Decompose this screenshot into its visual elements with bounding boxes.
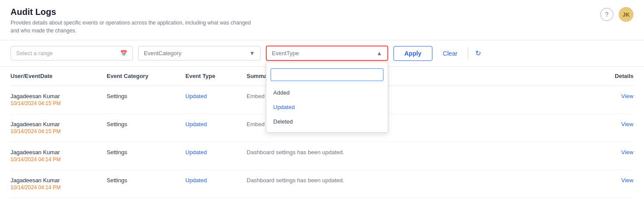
user-name: Jagadeesan Kumar <box>10 93 107 99</box>
avatar[interactable]: JK <box>619 7 634 22</box>
event-date: 10/14/2024 04:14 PM <box>10 184 107 191</box>
event-type-value: Updated <box>185 93 207 99</box>
event-type-value: Updated <box>185 149 207 156</box>
event-category-dropdown[interactable]: EventCategory ▼ <box>138 46 261 60</box>
category-text: Settings <box>107 177 127 184</box>
cell-event-type: Updated <box>185 114 247 142</box>
table-row: Jagadeesan Kumar 10/14/2024 04:14 PM Set… <box>10 142 634 170</box>
event-type-dropdown: EventType ▲ Added Updated Deleted <box>266 46 388 61</box>
toolbar-divider <box>468 47 468 60</box>
table-row: Jagadeesan Kumar 10/14/2024 04:14 PM Set… <box>10 170 634 198</box>
col-header-user-eventdate: User/EventDate <box>10 67 107 86</box>
cell-event-type: Updated <box>185 170 247 198</box>
category-text: Settings <box>107 93 127 99</box>
toolbar: Select a range 📅 EventCategory ▼ EventTy… <box>0 40 644 67</box>
event-type-option-updated[interactable]: Updated <box>266 100 388 114</box>
view-link[interactable]: View <box>599 93 634 99</box>
cell-category: Settings <box>107 170 185 198</box>
event-date: 10/14/2024 04:15 PM <box>10 100 107 106</box>
chevron-down-icon: ▼ <box>249 50 255 57</box>
user-name: Jagadeesan Kumar <box>10 121 107 127</box>
event-type-value: Updated <box>185 121 207 127</box>
cell-details: View <box>599 170 634 198</box>
cell-user-date: Jagadeesan Kumar 10/14/2024 04:14 PM <box>10 142 107 170</box>
event-type-search-container <box>266 66 388 85</box>
header-right: ? JK <box>600 7 634 22</box>
event-type-option-added[interactable]: Added <box>266 85 388 100</box>
cell-event-type: Updated <box>185 142 247 170</box>
cell-details: View <box>599 86 634 114</box>
cell-user-date: Jagadeesan Kumar 10/14/2024 04:15 PM <box>10 86 107 114</box>
cell-category: Settings <box>107 114 185 142</box>
clear-button[interactable]: Clear <box>438 46 463 60</box>
event-type-search-input[interactable] <box>271 68 383 81</box>
refresh-button[interactable]: ↻ <box>473 47 483 59</box>
header-left: Audit Logs Provides details about specif… <box>10 7 255 35</box>
user-name: Jagadeesan Kumar <box>10 149 107 156</box>
summary-text: Dashboard settings has been updated. <box>247 177 344 184</box>
cell-details: View <box>599 114 634 142</box>
view-link[interactable]: View <box>599 177 634 184</box>
page-subtitle: Provides details about specific events o… <box>10 19 255 35</box>
cell-summary: Dashboard settings has been updated. <box>247 142 599 170</box>
cell-user-date: Jagadeesan Kumar 10/14/2024 04:14 PM <box>10 170 107 198</box>
event-category-label: EventCategory <box>144 50 181 57</box>
col-header-event-type: Event Type <box>185 67 247 86</box>
cell-user-date: Jagadeesan Kumar 10/14/2024 04:15 PM <box>10 114 107 142</box>
event-type-value: Updated <box>185 177 207 184</box>
event-date: 10/14/2024 04:15 PM <box>10 128 107 135</box>
user-name: Jagadeesan Kumar <box>10 177 107 184</box>
help-icon[interactable]: ? <box>600 8 613 21</box>
date-range-input[interactable]: Select a range 📅 <box>10 46 133 60</box>
calendar-icon: 📅 <box>120 50 127 57</box>
category-text: Settings <box>107 149 127 156</box>
cell-category: Settings <box>107 142 185 170</box>
cell-event-type: Updated <box>185 86 247 114</box>
apply-button[interactable]: Apply <box>393 46 432 61</box>
category-text: Settings <box>107 121 127 127</box>
page-title: Audit Logs <box>10 7 255 17</box>
summary-text: Dashboard settings has been updated. <box>247 149 344 156</box>
cell-category: Settings <box>107 86 185 114</box>
header-bar: Audit Logs Provides details about specif… <box>0 0 644 40</box>
event-type-label: EventType <box>272 50 299 57</box>
date-range-placeholder: Select a range <box>16 50 53 57</box>
view-link[interactable]: View <box>599 121 634 127</box>
event-type-option-deleted[interactable]: Deleted <box>266 114 388 129</box>
chevron-up-icon: ▲ <box>376 50 382 57</box>
event-type-trigger[interactable]: EventType ▲ <box>266 46 388 61</box>
view-link[interactable]: View <box>599 149 634 156</box>
event-date: 10/14/2024 04:14 PM <box>10 156 107 163</box>
col-header-event-category: Event Category <box>107 67 185 86</box>
cell-summary: Dashboard settings has been updated. <box>247 170 599 198</box>
col-header-details: Details <box>599 67 634 86</box>
cell-details: View <box>599 142 634 170</box>
event-type-menu: Added Updated Deleted <box>266 62 388 133</box>
